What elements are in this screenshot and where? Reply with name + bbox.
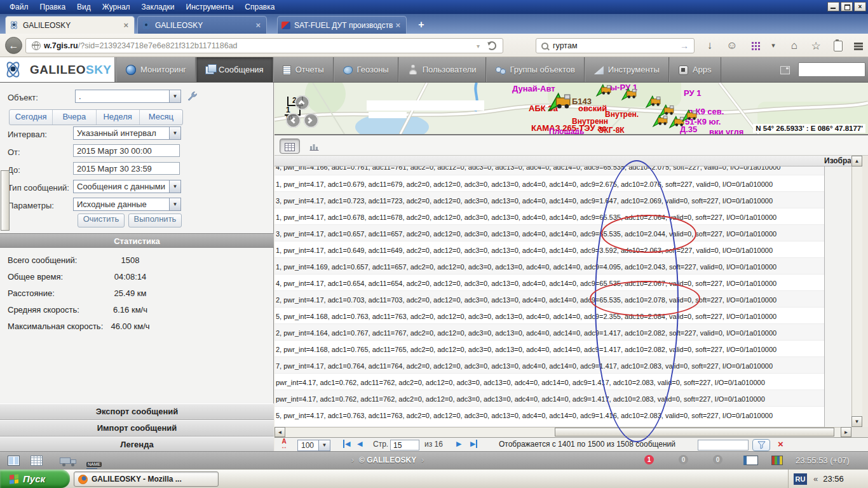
new-tab-button[interactable]: +: [413, 18, 430, 31]
quick-range-button[interactable]: Месяц: [140, 110, 182, 125]
clear-filter-x-icon[interactable]: ×: [778, 438, 783, 449]
menu-item[interactable]: Закладки: [136, 1, 180, 13]
browser-tab[interactable]: SAT-FUEL ДУТ производств... ×: [277, 16, 407, 34]
menu-item[interactable]: Справка: [239, 1, 280, 13]
minimize-button[interactable]: [827, 2, 839, 11]
downloads-icon[interactable]: ↓: [702, 39, 717, 52]
menu-hamburger-icon[interactable]: [854, 43, 863, 44]
table-row[interactable]: 2, pwr_int=4.164, adc1=0.767, adc11=767,…: [275, 324, 824, 341]
user-login-box[interactable]: [798, 62, 865, 77]
to-input[interactable]: [73, 162, 180, 175]
object-settings-wrench-icon[interactable]: [186, 90, 199, 104]
vehicle-marker[interactable]: [547, 91, 574, 112]
chevron-down-icon[interactable]: ▼: [169, 198, 180, 210]
app-nav-item[interactable]: Отчеты: [273, 57, 334, 82]
map-zoom-up-button[interactable]: [295, 95, 309, 110]
table-row[interactable]: 1, pwr_int=4.17, adc1=0.649, adc11=649, …: [275, 241, 824, 258]
message-type-select[interactable]: Сообщения с данными ▼: [73, 180, 181, 193]
vehicle-marker[interactable]: [652, 113, 670, 127]
table-view-button[interactable]: [280, 139, 300, 154]
table-row[interactable]: 5, pwr_int=4.168, adc1=0.763, adc11=763,…: [275, 308, 824, 324]
table-row[interactable]: pwr_int=4.17, adc1=0.762, adc11=762, adc…: [275, 390, 824, 407]
panel-section-header[interactable]: Импорт сообщений: [0, 420, 274, 437]
menu-item[interactable]: Инструменты: [180, 1, 240, 13]
interval-select[interactable]: Указанный интервал ▼: [73, 126, 181, 140]
reload-icon[interactable]: [487, 41, 496, 50]
close-button[interactable]: ×: [854, 2, 866, 11]
apps-grid-icon[interactable]: [752, 42, 760, 50]
from-input[interactable]: [73, 144, 180, 157]
clear-button[interactable]: Очистить: [78, 214, 125, 227]
map[interactable]: Дунай-Авты-РУ 1РУ 1Б143АБК ЗаовскийВнутр…: [275, 83, 868, 135]
table-row[interactable]: pwr_int=4.17, adc1=0.762, adc11=762, adc…: [275, 374, 824, 390]
next-page-button[interactable]: ▶: [456, 440, 461, 448]
map-pan-right-button[interactable]: [304, 113, 318, 128]
tab-close-icon[interactable]: ×: [121, 20, 130, 30]
chevron-down-icon[interactable]: ▼: [169, 180, 180, 193]
map-pan-left-button[interactable]: [286, 113, 301, 128]
table-row[interactable]: 4, pwr_int=4.166, adc1=0.761, adc11=761,…: [275, 166, 824, 175]
vertical-scroll-thumb[interactable]: [1, 170, 10, 231]
language-indicator[interactable]: RU: [794, 473, 807, 485]
app-nav-item[interactable]: Группы объектов: [486, 57, 585, 82]
quick-range-button[interactable]: Сегодня: [10, 110, 53, 125]
chevron-down-icon[interactable]: ▼: [169, 127, 180, 139]
search-input[interactable]: гуртам: [553, 41, 675, 50]
vehicle-marker[interactable]: [595, 83, 613, 97]
app-nav-item[interactable]: Сообщения: [196, 57, 273, 82]
horizontal-scroll-thumb[interactable]: [555, 428, 834, 437]
search-go-icon[interactable]: →: [675, 41, 694, 51]
vertical-scrollbar[interactable]: [851, 156, 862, 427]
table-row[interactable]: 3, pwr_int=4.17, adc1=0.657, adc11=657, …: [275, 225, 824, 241]
search-bar[interactable]: гуртам →: [536, 38, 695, 53]
feedback-smiley-icon[interactable]: ☺: [724, 39, 740, 52]
taskbar-task-button[interactable]: GALILEOSKY - Mozilla ...: [74, 471, 219, 487]
menu-item[interactable]: Вид: [71, 1, 97, 13]
grid-view-icon[interactable]: [31, 456, 43, 466]
browser-tab[interactable]: GALILEOSKY ×: [5, 16, 135, 34]
page-size-select[interactable]: 100 ▼: [297, 440, 330, 451]
table-row[interactable]: 1, pwr_int=4.169, adc1=0.657, adc11=657,…: [275, 258, 824, 274]
parameters-select[interactable]: Исходные данные ▼: [73, 198, 181, 211]
table-row[interactable]: 4, pwr_int=4.17, adc1=0.654, adc11=654, …: [275, 274, 824, 291]
panel-toggle-icon[interactable]: [8, 456, 20, 466]
bookmark-star-icon[interactable]: ☆: [808, 39, 824, 53]
table-row[interactable]: 1, pwr_int=4.17, adc1=0.679, adc11=679, …: [275, 175, 824, 192]
tab-close-icon[interactable]: ×: [254, 20, 262, 30]
last-page-button[interactable]: ▶: [470, 440, 477, 448]
start-button[interactable]: Пуск: [0, 470, 70, 488]
table-row[interactable]: 5, pwr_int=4.17, adc1=0.763, adc11=763, …: [275, 407, 824, 427]
app-nav-item[interactable]: Мониторинг: [116, 57, 196, 82]
table-row[interactable]: 3, pwr_int=4.17, adc1=0.723, adc11=723, …: [275, 192, 824, 208]
scroll-right-icon[interactable]: ►: [841, 427, 851, 437]
table-row[interactable]: 2, pwr_int=4.168, adc1=0.765, adc11=765,…: [275, 341, 824, 357]
home-icon[interactable]: ⌂: [787, 39, 802, 52]
page-number-input[interactable]: [390, 440, 419, 451]
chevron-down-icon[interactable]: ▼: [169, 90, 180, 102]
collapse-window-icon[interactable]: [780, 66, 790, 74]
scroll-up-icon[interactable]: ▲: [851, 156, 862, 166]
legend-icon[interactable]: [771, 456, 783, 465]
panel-section-header[interactable]: Экспорт сообщений: [0, 403, 274, 420]
filter-button[interactable]: [752, 439, 770, 451]
address-bar[interactable]: w.7gis.ru/?sid=2139234718e7e6e821f312b11…: [25, 38, 503, 53]
scroll-down-icon[interactable]: ▼: [851, 416, 862, 427]
table-row[interactable]: 2, pwr_int=4.17, adc1=0.703, adc11=703, …: [275, 291, 824, 308]
table-row[interactable]: 1, pwr_int=4.17, adc1=0.678, adc11=678, …: [275, 208, 824, 225]
menu-item[interactable]: Правка: [34, 1, 72, 13]
app-nav-item[interactable]: Apps: [669, 57, 721, 82]
quick-range-button[interactable]: Неделя: [97, 110, 140, 125]
menu-item[interactable]: Журнал: [97, 1, 136, 13]
tab-close-icon[interactable]: ×: [393, 20, 402, 30]
chart-view-button[interactable]: [304, 139, 324, 154]
sort-icon[interactable]: A ↔: [281, 439, 287, 449]
back-button[interactable]: ←: [5, 37, 22, 54]
truck-icon-disabled[interactable]: [60, 456, 77, 466]
vehicle-marker[interactable]: [621, 86, 639, 100]
toolbar-caret-icon[interactable]: ▾: [766, 41, 781, 50]
filter-input[interactable]: [698, 440, 749, 451]
table-row[interactable]: 7, pwr_int=4.17, adc1=0.764, adc11=764, …: [275, 357, 824, 374]
first-page-button[interactable]: ◀: [343, 440, 350, 448]
menu-item[interactable]: Файл: [4, 1, 34, 13]
reference-book-icon[interactable]: [743, 456, 758, 465]
